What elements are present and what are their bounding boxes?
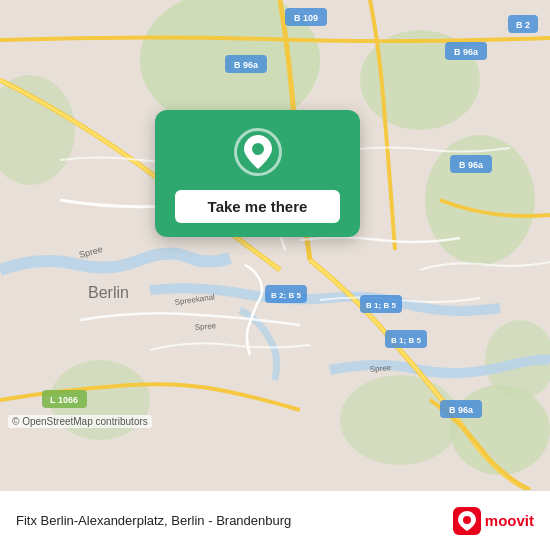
svg-text:Spree: Spree — [194, 321, 217, 332]
svg-text:Berlin: Berlin — [88, 284, 129, 301]
svg-text:B 2; B 5: B 2; B 5 — [271, 291, 301, 300]
svg-text:B 1; B 5: B 1; B 5 — [366, 301, 396, 310]
svg-point-6 — [340, 375, 460, 465]
moovit-brand-text: moovit — [485, 512, 534, 529]
svg-text:Spree: Spree — [369, 363, 392, 374]
svg-point-34 — [252, 143, 264, 155]
svg-text:B 96a: B 96a — [449, 405, 474, 415]
take-me-there-button[interactable]: Take me there — [175, 190, 340, 223]
location-pin-icon — [244, 135, 272, 169]
svg-text:B 109: B 109 — [294, 13, 318, 23]
map-attribution: © OpenStreetMap contributors — [8, 415, 152, 428]
svg-text:B 1; B 5: B 1; B 5 — [391, 336, 421, 345]
svg-text:L 1066: L 1066 — [50, 395, 78, 405]
location-icon-wrap — [234, 128, 282, 176]
tooltip-card: Take me there — [155, 110, 360, 237]
bottom-bar: Fitx Berlin-Alexanderplatz, Berlin - Bra… — [0, 490, 550, 550]
svg-text:B 96a: B 96a — [234, 60, 259, 70]
moovit-logo: moovit — [453, 507, 534, 535]
svg-text:B 2: B 2 — [516, 20, 530, 30]
svg-point-36 — [463, 516, 471, 524]
svg-text:B 96a: B 96a — [454, 47, 479, 57]
place-name: Fitx Berlin-Alexanderplatz, Berlin - Bra… — [16, 513, 453, 528]
map-container: B 109 B 96a B 2 B 96a B 96a B 2; B 5 B 1… — [0, 0, 550, 490]
svg-text:B 96a: B 96a — [459, 160, 484, 170]
moovit-icon — [453, 507, 481, 535]
